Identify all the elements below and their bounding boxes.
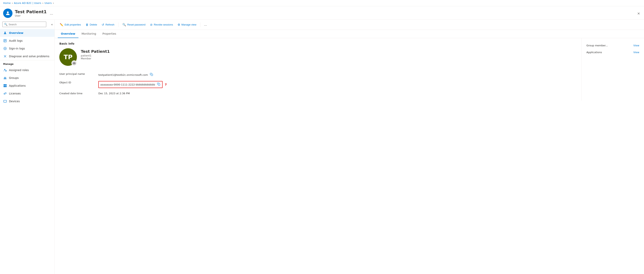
svg-point-20 [74, 63, 75, 64]
content-body: Basic info TP Test Patient1 [55, 38, 644, 101]
main-content: ✏️ Edit properties 🗑 Delete ↺ Refresh 🔍 … [55, 20, 644, 274]
sidebar-item-devices-label: Devices [9, 100, 20, 103]
reset-password-icon: 🔍 [122, 23, 126, 26]
sidebar-item-applications-label: Applications [9, 84, 26, 87]
sign-in-icon [3, 47, 7, 50]
right-panel: Group member... View Applications View [582, 38, 644, 101]
user-login: patient1 [81, 54, 110, 57]
manage-view-icon: ⚙ [178, 23, 180, 26]
breadcrumb-users[interactable]: Users [44, 1, 52, 4]
audit-logs-icon [3, 39, 7, 43]
search-icon: 🔍 [4, 23, 8, 26]
upn-value-row: testpatient1@testb2c.onmicrosoft.com [98, 70, 577, 79]
basic-info-title: Basic info [59, 42, 577, 45]
sidebar-item-applications[interactable]: Applications [0, 82, 54, 90]
collapse-btn[interactable]: « [49, 21, 54, 28]
sidebar-item-groups[interactable]: Groups [0, 74, 54, 82]
svg-rect-21 [151, 74, 153, 76]
breadcrumb-azure-ad[interactable]: Azure AD B2C | Users [14, 1, 41, 4]
created-date-value: Dec 15, 2023 at 2:36 PM [98, 92, 130, 95]
svg-point-11 [4, 77, 5, 78]
applications-icon [3, 84, 7, 88]
reset-password-label: Reset password [127, 23, 146, 26]
toolbar-separator-2 [200, 22, 200, 27]
tab-monitoring[interactable]: Monitoring [78, 30, 99, 38]
refresh-label: Refresh [106, 23, 114, 26]
svg-rect-14 [5, 84, 7, 86]
camera-button[interactable] [72, 60, 77, 66]
edit-icon: ✏️ [60, 23, 64, 26]
refresh-icon: ↺ [102, 23, 104, 26]
info-table: User principal name testpatient1@testb2c… [59, 70, 577, 97]
sidebar-item-overview-label: Overview [9, 31, 24, 34]
breadcrumb-sep-3: › [53, 1, 54, 4]
avatar [3, 8, 12, 18]
sidebar-item-diagnose[interactable]: Diagnose and solve problems [0, 52, 54, 60]
user-info-row: TP Test Patient1 patient1 Member [59, 48, 577, 66]
tab-overview[interactable]: Overview [58, 30, 78, 38]
upn-value: testpatient1@testb2c.onmicrosoft.com [98, 73, 148, 76]
reset-password-button[interactable]: 🔍 Reset password [120, 22, 147, 28]
manage-view-button[interactable]: ⚙ Manage view [176, 22, 198, 28]
user-icon [3, 31, 7, 35]
tab-properties[interactable]: Properties [99, 30, 120, 38]
right-info-row-groups: Group member... View [586, 42, 639, 49]
created-date-label: Created date time [59, 90, 98, 97]
edit-properties-button[interactable]: ✏️ Edit properties [58, 22, 83, 28]
revoke-icon: ⊘ [150, 23, 152, 26]
group-member-view-link[interactable]: View [633, 44, 639, 47]
sidebar-item-overview[interactable]: Overview [0, 29, 54, 37]
svg-rect-13 [4, 84, 5, 86]
refresh-button[interactable]: ↺ Refresh [100, 22, 116, 28]
toolbar-separator-1 [118, 22, 118, 27]
copy-object-id-button[interactable] [157, 82, 160, 87]
sidebar-item-assigned-roles[interactable]: Assigned roles [0, 66, 54, 74]
page-header-text: Test Patient1 User [15, 9, 47, 17]
object-id-value-row: aaaaaaaa-0000-1111-2222-bbbbbbbbbbbb 7 [98, 79, 577, 90]
created-date-value-row: Dec 15, 2023 at 2:36 PM [98, 90, 577, 97]
svg-point-12 [5, 77, 6, 78]
user-details: Test Patient1 patient1 Member [81, 48, 110, 60]
applications-view-link[interactable]: View [633, 51, 639, 54]
sidebar-item-groups-label: Groups [9, 76, 19, 79]
groups-icon [3, 76, 7, 80]
page-header: Test Patient1 User ... × [0, 6, 644, 20]
user-full-name: Test Patient1 [81, 49, 110, 54]
breadcrumb-sep-1: › [12, 1, 13, 4]
search-input[interactable] [8, 23, 44, 26]
breadcrumb-home[interactable]: Home [3, 1, 10, 4]
user-avatar-initials: TP [64, 53, 72, 61]
sidebar-item-licenses[interactable]: Licenses [0, 90, 54, 97]
sidebar-item-licenses-label: Licenses [9, 92, 21, 95]
red-number-badge: 7 [165, 83, 167, 86]
revoke-sessions-label: Revoke sessions [154, 23, 173, 26]
right-info-row-apps: Applications View [586, 49, 639, 56]
copy-upn-button[interactable] [150, 72, 154, 77]
licenses-icon [3, 92, 7, 95]
upn-label: User principal name [59, 70, 98, 79]
delete-label: Delete [90, 23, 97, 26]
edit-properties-label: Edit properties [64, 23, 81, 26]
sidebar-item-audit-logs[interactable]: Audit logs [0, 37, 54, 45]
breadcrumb: Home › Azure AD B2C | Users › Users › [0, 0, 644, 6]
svg-rect-16 [5, 86, 7, 87]
object-id-highlighted-box: aaaaaaaa-0000-1111-2222-bbbbbbbbbbbb [98, 81, 162, 88]
sidebar-item-devices[interactable]: Devices [0, 97, 54, 105]
sidebar-item-sign-in-logs[interactable]: Sign-in logs [0, 45, 54, 52]
assigned-roles-icon [3, 68, 7, 72]
manage-view-label: Manage view [181, 23, 196, 26]
toolbar: ✏️ Edit properties 🗑 Delete ↺ Refresh 🔍 … [55, 20, 644, 30]
page-subtitle: User [15, 14, 47, 17]
search-box[interactable]: 🔍 [2, 22, 46, 27]
revoke-sessions-button[interactable]: ⊘ Revoke sessions [148, 22, 175, 28]
delete-button[interactable]: 🗑 Delete [84, 22, 99, 27]
svg-rect-18 [4, 100, 7, 102]
sidebar-item-audit-logs-label: Audit logs [9, 39, 23, 42]
sidebar: 🔍 « Overview Audit logs [0, 20, 55, 274]
user-role-label: Member [81, 57, 110, 60]
devices-icon [3, 99, 7, 103]
close-button[interactable]: × [636, 10, 641, 16]
toolbar-ellipsis[interactable]: ... [202, 22, 208, 28]
header-ellipsis-btn[interactable]: ... [50, 11, 53, 15]
svg-rect-15 [4, 86, 5, 87]
